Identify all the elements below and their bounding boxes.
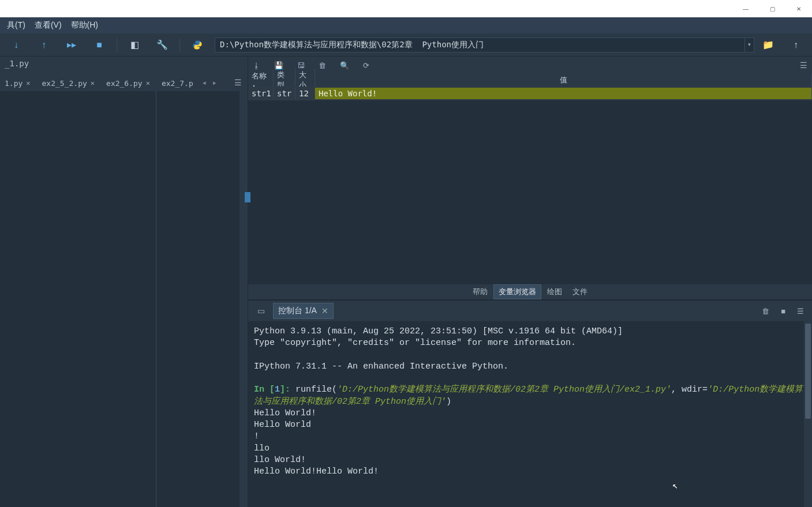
menu-tools[interactable]: 具(T): [2, 18, 30, 33]
pane-splitter-handle[interactable]: [245, 192, 250, 202]
console-input-line: In [1]: runfile('D:/Python数学建模算法与应用程序和数据…: [254, 384, 806, 408]
variable-explorer-table: 名称▴ 类型 大小 值 str1 str 12 Hello World!: [248, 74, 812, 284]
prompt-number: 1: [275, 385, 280, 395]
main-area: _1.py 1.py ✕ ex2_5_2.py ✕ ex2_6.py ✕ ex2…: [0, 57, 812, 507]
main-toolbar: ↓ ↑ ▸▸ ■ ◧ 🔧 ▼ 📁 ↑: [0, 33, 812, 57]
variable-toolbar: ⭳ 💾 🖫 🗑 🔍 ⟳ ☰: [248, 57, 812, 74]
console-line: Hello World: [254, 419, 806, 431]
console-tab-label: 控制台 1/A: [278, 306, 317, 316]
search-icon[interactable]: 🔍: [340, 61, 349, 70]
variable-row[interactable]: str1 str 12 Hello World!: [248, 87, 812, 100]
tab-help[interactable]: 帮助: [468, 285, 492, 299]
continue-icon[interactable]: ▸▸: [58, 35, 85, 55]
working-directory-input[interactable]: [215, 37, 745, 52]
editor-content[interactable]: [0, 91, 248, 507]
menubar: 具(T) 查看(V) 帮助(H): [0, 17, 812, 33]
editor-tab-label: ex2_6.py: [106, 79, 143, 88]
editor-tab-label: ex2_7.p: [162, 79, 193, 88]
mouse-cursor-icon: ↖: [672, 480, 678, 493]
console-tabs-bar: ▭ 控制台 1/A ✕ 🗑 ■ ☰: [248, 301, 812, 321]
editor-tabs: 1.py ✕ ex2_5_2.py ✕ ex2_6.py ✕ ex2_7.p ◂…: [0, 74, 248, 91]
editor-filename-label: _1.py: [0, 57, 248, 74]
console-line: Python 3.9.13 (main, Aug 25 2022, 23:51:…: [254, 326, 806, 337]
run-path: 'D:/Python数学建模算法与应用程序和数据/02第2章 Python使用入…: [337, 385, 671, 395]
close-icon[interactable]: ✕: [26, 79, 30, 87]
delete-icon[interactable]: 🗑: [319, 61, 326, 70]
tab-plots[interactable]: 绘图: [542, 285, 567, 299]
variable-name: str1: [248, 88, 274, 99]
prompt-close: ]:: [280, 385, 295, 395]
variable-table-header: 名称▴ 类型 大小 值: [248, 74, 812, 87]
step-into-icon[interactable]: ↓: [2, 35, 30, 55]
console-line: Type "copyright", "credits" or "license"…: [254, 337, 806, 349]
scrollbar-thumb[interactable]: [805, 324, 811, 419]
tab-scroll-right-icon[interactable]: ▸: [211, 79, 219, 87]
window-maximize-button[interactable]: ▢: [759, 0, 785, 17]
tab-variable-explorer[interactable]: 变量浏览器: [493, 284, 541, 299]
close-icon[interactable]: ✕: [146, 79, 150, 87]
console-line: IPython 7.31.1 -- An enhanced Interactiv…: [254, 361, 806, 373]
layout-icon[interactable]: ◧: [121, 35, 148, 55]
remove-icon[interactable]: 🗑: [762, 307, 769, 316]
right-pane-tabs: 帮助 变量浏览器 绘图 文件: [248, 284, 812, 299]
python-icon[interactable]: [184, 35, 211, 55]
console-tab[interactable]: 控制台 1/A ✕: [273, 303, 334, 319]
wrench-icon[interactable]: 🔧: [148, 35, 176, 55]
console-line: Hello World!: [254, 408, 806, 419]
window-minimize-button[interactable]: —: [732, 0, 759, 17]
editor-tab[interactable]: ex2_5_2.py ✕: [38, 76, 100, 90]
variable-menu-icon[interactable]: ☰: [800, 61, 807, 70]
editor-tab-label: ex2_5_2.py: [42, 79, 87, 88]
run-command-pre: runfile(: [295, 385, 337, 395]
editor-pane: _1.py 1.py ✕ ex2_5_2.py ✕ ex2_6.py ✕ ex2…: [0, 57, 248, 507]
console-menu-icon[interactable]: ☰: [797, 307, 804, 316]
window-close-button[interactable]: ✕: [785, 0, 812, 17]
prompt-in: In [: [254, 385, 275, 395]
console-scrollbar[interactable]: [804, 321, 812, 507]
variable-value: Hello World!: [315, 88, 812, 99]
editor-scrollbar[interactable]: [240, 91, 248, 507]
editor-tab[interactable]: ex2_7.p: [157, 76, 198, 90]
console-line: llo: [254, 443, 806, 455]
step-out-icon[interactable]: ↑: [30, 35, 58, 55]
console-line: !: [254, 431, 806, 442]
editor-tab[interactable]: ex2_6.py ✕: [102, 76, 155, 90]
variable-size: 12: [295, 88, 315, 99]
window-titlebar: — ▢ ✕: [0, 0, 812, 17]
refresh-icon[interactable]: ⟳: [363, 61, 369, 70]
run-command-post: ): [446, 397, 451, 407]
right-pane: ⭳ 💾 🖫 🗑 🔍 ⟳ ☰ 名称▴ 类型 大小 值 str1 str 12 He…: [248, 57, 812, 507]
col-header-value[interactable]: 值: [315, 74, 812, 87]
console-line: llo World!: [254, 455, 806, 466]
menu-help[interactable]: 帮助(H): [66, 18, 103, 33]
console-section: ▭ 控制台 1/A ✕ 🗑 ■ ☰ Python 3.9.13 (main, A…: [248, 299, 812, 507]
open-folder-icon[interactable]: 📁: [754, 35, 782, 55]
import-icon[interactable]: ⭳: [253, 61, 260, 70]
interrupt-icon[interactable]: ■: [781, 307, 785, 316]
close-icon[interactable]: ✕: [321, 306, 328, 316]
editor-tab[interactable]: 1.py ✕: [0, 76, 35, 90]
path-dropdown[interactable]: ▼: [745, 37, 754, 52]
editor-margin-line: [156, 91, 156, 507]
console-line: Hello World!Hello World!: [254, 466, 806, 478]
tab-files[interactable]: 文件: [568, 285, 592, 299]
run-command-mid: , wdir=: [671, 385, 708, 395]
console-output[interactable]: Python 3.9.13 (main, Aug 25 2022, 23:51:…: [248, 321, 812, 507]
browse-tabs-icon[interactable]: ▭: [253, 304, 270, 318]
close-icon[interactable]: ✕: [91, 79, 95, 87]
variable-type: str: [274, 88, 295, 99]
parent-folder-icon[interactable]: ↑: [782, 35, 810, 55]
editor-tab-label: 1.py: [5, 79, 23, 88]
toolbar-separator: [179, 38, 180, 52]
editor-menu-icon[interactable]: ☰: [232, 76, 244, 89]
tab-scroll-left-icon[interactable]: ◂: [200, 79, 208, 87]
menu-view[interactable]: 查看(V): [30, 18, 66, 33]
toolbar-separator: [117, 38, 117, 52]
stop-icon[interactable]: ■: [85, 35, 113, 55]
